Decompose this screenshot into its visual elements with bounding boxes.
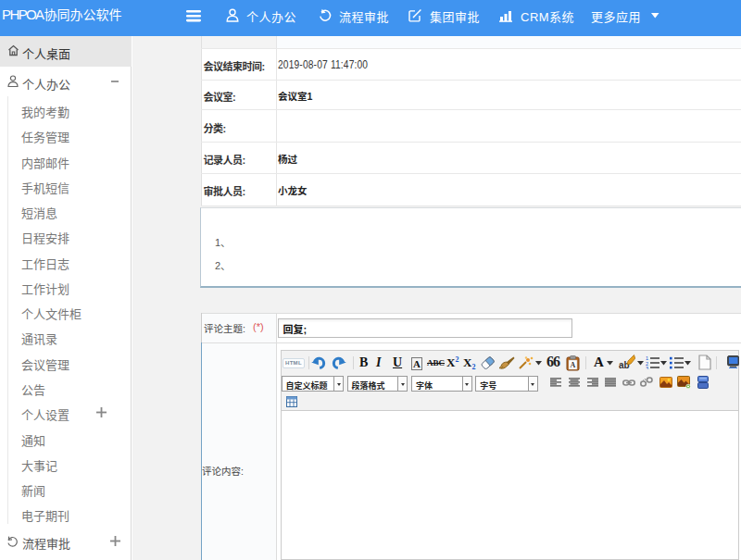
svg-text:3: 3	[646, 366, 648, 370]
svg-text:A: A	[571, 361, 576, 369]
